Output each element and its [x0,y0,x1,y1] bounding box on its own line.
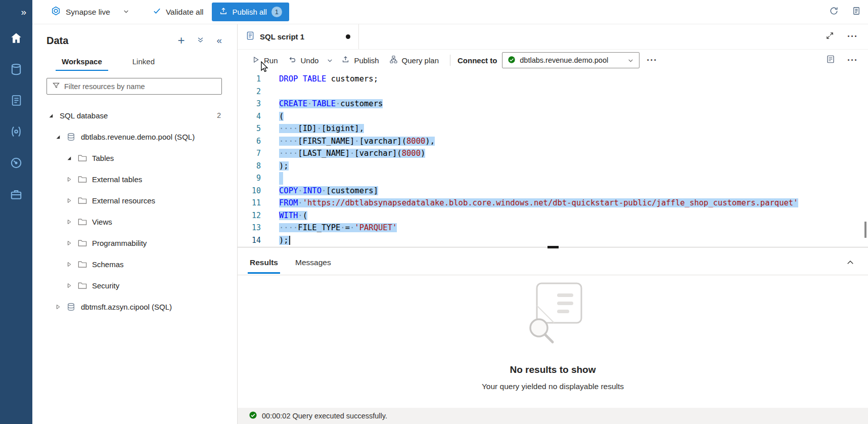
expand-chevron-icon[interactable] [66,197,73,204]
connect-to-dropdown[interactable]: dbtlabs.revenue.demo.pool [502,52,639,68]
synapse-studio: » Synapse live Validate all [0,0,868,424]
tab-messages[interactable]: Messages [289,252,337,273]
undo-button[interactable]: Undo [283,52,324,68]
no-results-illustration [513,279,593,357]
tree-item-label: SQL database [60,111,108,120]
line-number: 12 [238,209,261,222]
tree-item-label: Programmability [92,239,147,247]
line-number: 14 [238,234,261,247]
line-content: ····[ID]·[bigint], [279,122,364,135]
release-notes-icon[interactable] [852,6,861,18]
expand-chevron-icon[interactable] [66,219,73,225]
tree-item-views[interactable]: Views [32,211,237,232]
database-icon [67,133,76,141]
filter-icon [52,81,60,92]
add-resource-icon[interactable]: + [177,34,185,47]
editor-more-icon[interactable]: ··· [847,55,858,66]
double-chevron-right-icon: » [21,7,26,18]
code-line-8: 8); [238,160,868,173]
tab-results[interactable]: Results [244,252,284,273]
run-label: Run [264,56,278,65]
query-plan-button[interactable]: Query plan [384,52,444,68]
home-icon[interactable] [10,31,23,45]
line-content: ····[FIRST_NAME]·[varchar](8000), [279,135,435,148]
code-lines: 1DROP TABLE customers;23CREATE·TABLE·cus… [238,73,868,246]
line-content: ( [279,110,284,123]
publish-all-button[interactable]: Publish all 1 [212,3,289,21]
tab-workspace[interactable]: Workspace [47,53,117,71]
undo-dropdown-chevron-icon[interactable] [324,54,336,67]
code-line-5: 5····[ID]·[bigint], [238,122,868,135]
sash-drag-handle-icon[interactable] [547,246,559,248]
line-content: DROP TABLE customers; [279,73,378,86]
properties-icon[interactable] [826,55,835,66]
results-empty-state: No results to show Your query yielded no… [238,275,868,408]
expand-chevron-icon[interactable] [55,304,62,310]
validate-all-button[interactable]: Validate all [153,7,204,17]
mode-label: Synapse live [66,8,110,17]
expand-chevron-icon[interactable] [66,282,73,289]
results-sash[interactable] [238,247,868,250]
tree-item-security[interactable]: Security [32,275,237,296]
editor-scrollbar-thumb[interactable] [864,222,866,238]
tree-item-external-tables[interactable]: External tables [32,168,237,190]
sql-code-editor[interactable]: 1DROP TABLE customers;23CREATE·TABLE·cus… [238,71,868,247]
run-button[interactable]: Run [247,53,283,68]
collapse-chevron-icon[interactable] [48,112,55,119]
editor-toolbar-right: ··· [826,55,868,66]
top-command-bar-main: Synapse live Validate all Publish all [32,0,868,24]
tree-item-label: External resources [92,196,155,205]
filter-resources-box [47,78,222,95]
code-line-7: 7····[LAST_NAME]·[varchar](8000) [238,147,868,160]
line-number: 2 [238,86,261,98]
data-icon[interactable] [10,63,23,76]
refresh-icon[interactable] [829,6,839,18]
manage-icon[interactable] [10,188,23,201]
collapse-all-icon[interactable] [197,36,204,46]
collapse-panel-icon[interactable]: « [216,35,222,46]
code-line-4: 4( [238,110,868,123]
data-panel-tabs: Workspace Linked [32,49,237,71]
tabstrip-more-icon[interactable]: ··· [847,31,858,42]
code-line-3: 3CREATE·TABLE·customers [238,98,868,110]
monitor-icon[interactable] [10,156,23,169]
integrate-icon[interactable] [10,125,23,138]
expand-chevron-icon[interactable] [66,240,73,246]
tab-linked[interactable]: Linked [117,53,170,71]
code-line-10: 10COPY·INTO·[customers] [238,185,868,197]
status-message: 00:00:02 Query executed successfully. [262,412,387,420]
tree-item-external-resources[interactable]: External resources [32,190,237,211]
publish-icon [341,55,350,65]
line-content: ····[LAST_NAME]·[varchar](8000) [279,147,425,160]
tree-item-dbtmsft-azsyn-cipool-sql[interactable]: dbtmsft.azsyn.cipool (SQL) [32,296,237,317]
code-line-13: 13····FILE_TYPE·=·'PARQUET' [238,222,868,234]
folder-icon [78,176,87,183]
empty-results-title: No results to show [510,364,596,375]
publish-button[interactable]: Publish [336,52,384,68]
tab-sql-script-1[interactable]: SQL script 1 [238,24,359,49]
line-number: 10 [238,185,261,197]
tree-item-label: External tables [92,175,142,184]
toolbar-more-icon[interactable]: ··· [647,55,657,66]
collapse-chevron-icon[interactable] [66,155,73,161]
develop-icon[interactable] [10,94,23,107]
filter-resources-input[interactable] [64,82,216,91]
publish-icon [219,7,228,17]
synapse-live-dropdown[interactable]: Synapse live [51,6,129,18]
tree-item-schemas[interactable]: Schemas [32,253,237,275]
line-content: ); [279,160,289,173]
expand-editor-icon[interactable] [826,31,834,42]
expand-chevron-icon[interactable] [66,176,73,183]
nav-expand-button[interactable]: » [0,0,32,24]
tree-item-dbtlabs-revenue-demo-pool-sql[interactable]: dbtlabs.revenue.demo.pool (SQL) [32,126,237,147]
folder-icon [78,282,87,289]
line-number: 11 [238,197,261,209]
collapse-results-chevron-icon[interactable] [846,258,868,267]
tree-item-sql-database[interactable]: SQL database2 [32,105,237,126]
tree-item-tables[interactable]: Tables [32,147,237,168]
code-line-9: 9 [238,172,868,185]
editor-toolbar: Run Undo [238,50,868,71]
expand-chevron-icon[interactable] [66,261,73,268]
collapse-chevron-icon[interactable] [55,134,62,140]
tree-item-programmability[interactable]: Programmability [32,232,237,253]
